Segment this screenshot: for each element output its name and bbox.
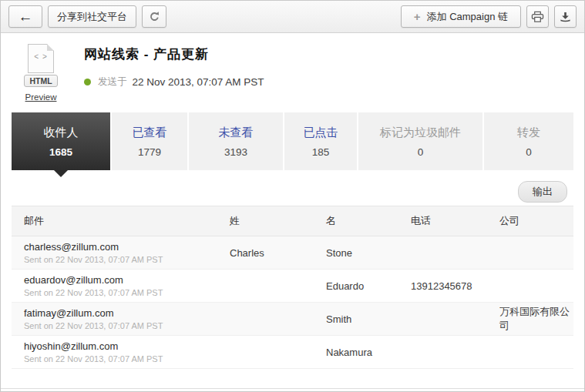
tab-count: 0: [418, 146, 424, 158]
recipient-sent-info: Sent on 22 Nov 2013, 07:07 AM PST: [24, 321, 217, 330]
tab-recipients[interactable]: 收件人 1685: [12, 112, 112, 170]
selected-tab-pointer: [54, 170, 68, 177]
printer-icon: [531, 11, 544, 23]
table-row[interactable]: fatimay@zillum.com Sent on 22 Nov 2013, …: [12, 303, 573, 336]
bottom-divider: [1, 388, 584, 389]
tab-clicked[interactable]: 已点击 185: [284, 112, 358, 170]
stats-tab-bar: 收件人 1685 已查看 1779 未查看 3193 已点击 185 标记为垃圾…: [12, 112, 573, 170]
tab-label: 收件人: [44, 126, 79, 140]
back-button[interactable]: ←: [8, 5, 42, 28]
tab-count: 3193: [224, 146, 247, 158]
recipient-email: eduardov@zillum.com: [24, 274, 217, 286]
recipient-last-name: Charles: [217, 247, 314, 259]
share-button-label: 分享到社交平台: [57, 10, 127, 24]
refresh-icon: [149, 11, 160, 22]
tab-label: 转发: [517, 126, 540, 140]
recipients-table: 邮件 姓 名 电话 公司 charless@zillum.com Sent on…: [12, 206, 573, 369]
column-header-first-name: 名: [314, 214, 398, 228]
refresh-button[interactable]: [142, 5, 166, 28]
html-file-icon: < >: [28, 44, 54, 73]
download-icon: [560, 11, 571, 22]
tab-marked-spam[interactable]: 标记为垃圾邮件 0: [358, 112, 484, 170]
recipient-email: hiyoshin@zillum.com: [24, 340, 217, 352]
download-button[interactable]: [554, 5, 577, 28]
recipient-sent-info: Sent on 22 Nov 2013, 07:07 AM PST: [24, 354, 217, 364]
recipient-phone: 13912345678: [398, 280, 487, 292]
tab-label: 标记为垃圾邮件: [380, 126, 461, 140]
sent-status-line: 发送于 22 Nov 2013, 07:07 AM PST: [84, 75, 264, 89]
recipient-email: fatimay@zillum.com: [24, 307, 217, 319]
recipient-first-name: Nakamura: [314, 347, 398, 358]
sent-datetime: 22 Nov 2013, 07:07 AM PST: [133, 76, 264, 88]
recipient-first-name: Stone: [314, 247, 398, 259]
column-header-last-name: 姓: [217, 214, 314, 228]
tab-opened[interactable]: 已查看 1779: [112, 112, 189, 170]
page-title: 网站线索 - 产品更新: [84, 45, 264, 63]
recipient-sent-info: Sent on 22 Nov 2013, 07:07 AM PST: [24, 288, 217, 297]
recipient-email: charless@zillum.com: [24, 241, 217, 253]
recipient-first-name: Eduardo: [314, 280, 398, 292]
table-row[interactable]: hiyoshin@zillum.com Sent on 22 Nov 2013,…: [12, 336, 573, 369]
preview-link[interactable]: Preview: [16, 92, 66, 102]
recipient-first-name: Smith: [314, 313, 398, 325]
tab-count: 1685: [49, 146, 72, 158]
campaign-report-window: ← 分享到社交平台 + 添加 Campaign 链: [0, 0, 585, 392]
recipient-company: 万科国际有限公司: [487, 305, 573, 333]
tab-label: 未查看: [219, 126, 254, 140]
tab-count: 1779: [138, 146, 161, 158]
table-row[interactable]: eduardov@zillum.com Sent on 22 Nov 2013,…: [12, 270, 573, 303]
tab-forwarded[interactable]: 转发 0: [484, 112, 573, 170]
tab-unopened[interactable]: 未查看 3193: [189, 112, 284, 170]
sent-status-dot: [84, 79, 91, 85]
export-button[interactable]: 输出: [518, 181, 567, 203]
add-campaign-label: 添加 Campaign 链: [427, 10, 508, 24]
column-header-phone: 电话: [398, 214, 487, 228]
plus-icon: +: [414, 10, 421, 23]
preview-block: < > HTML Preview: [16, 44, 66, 102]
tab-count: 185: [312, 146, 330, 158]
table-header: 邮件 姓 名 电话 公司: [12, 206, 573, 236]
toolbar: ← 分享到社交平台 + 添加 Campaign 链: [1, 1, 584, 33]
tab-count: 0: [526, 146, 532, 158]
sent-prefix-label: 发送于: [98, 75, 127, 89]
tab-label: 已查看: [133, 126, 167, 140]
html-badge: HTML: [24, 75, 57, 87]
tab-label: 已点击: [304, 126, 338, 140]
title-block: 网站线索 - 产品更新 发送于 22 Nov 2013, 07:07 AM PS…: [84, 44, 264, 102]
column-header-company: 公司: [487, 214, 573, 228]
print-button[interactable]: [526, 5, 549, 28]
export-row: 输出: [1, 170, 584, 203]
add-campaign-button[interactable]: + 添加 Campaign 链: [401, 5, 521, 28]
table-row[interactable]: charless@zillum.com Sent on 22 Nov 2013,…: [12, 236, 573, 270]
code-glyph: < >: [34, 52, 47, 61]
recipient-sent-info: Sent on 22 Nov 2013, 07:07 AM PST: [24, 255, 217, 264]
campaign-header: < > HTML Preview 网站线索 - 产品更新 发送于 22 Nov …: [1, 33, 584, 111]
back-arrow-icon: ←: [18, 8, 33, 25]
column-header-email: 邮件: [12, 214, 217, 228]
share-to-social-button[interactable]: 分享到社交平台: [48, 5, 136, 28]
